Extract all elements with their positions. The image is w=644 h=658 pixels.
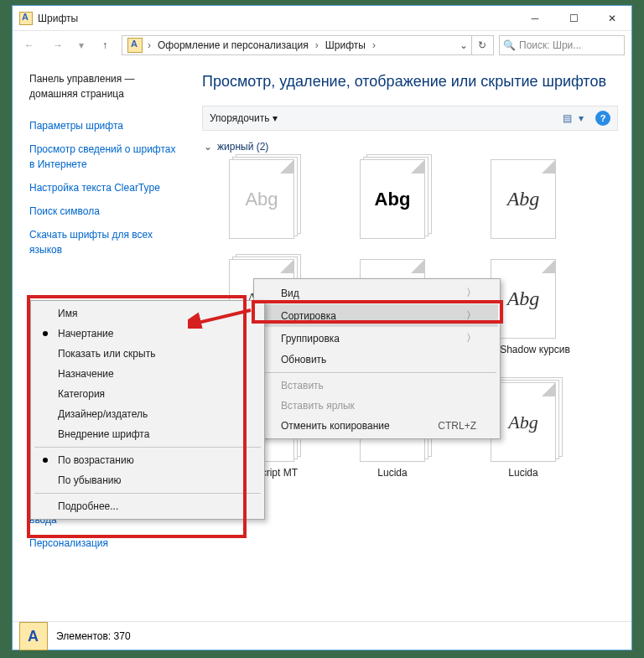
sidebar-item-font-params[interactable]: Параметры шрифта — [29, 118, 182, 133]
ctx-undo-copy[interactable]: Отменить копированиеCTRL+Z — [256, 416, 498, 436]
sidebar-item-download[interactable]: Скачать шрифты для всех языков — [29, 227, 182, 257]
ctx-sort[interactable]: Сортировка〉 — [256, 304, 498, 327]
chevron-right-icon: 〉 — [466, 286, 476, 300]
window-title: Шрифты — [38, 13, 516, 24]
crumb-dropdown[interactable]: ⌄ — [456, 39, 471, 51]
close-button[interactable]: ✕ — [593, 6, 631, 30]
ctx-paste-shortcut: Вставить ярлык — [256, 396, 498, 416]
toolbar: Упорядочить ▾ ▤ ▾ ? — [202, 106, 618, 131]
search-placeholder: Поиск: Шри... — [519, 39, 581, 51]
chevron-right-icon[interactable]: › — [371, 39, 377, 51]
separator — [257, 372, 496, 373]
sort-name[interactable]: Имя — [33, 303, 262, 324]
bullet-icon — [43, 458, 48, 463]
sort-designer[interactable]: Дизайнер/издатель — [33, 404, 262, 424]
chevron-down-icon: ⌄ — [204, 141, 212, 153]
ctx-view[interactable]: Вид〉 — [256, 282, 498, 304]
font-sample: Abg — [507, 188, 540, 210]
sort-category[interactable]: Категория — [33, 384, 262, 404]
sidebar-item-personalization[interactable]: Персонализация — [29, 536, 182, 551]
ctx-refresh[interactable]: Обновить — [256, 350, 498, 370]
organize-button[interactable]: Упорядочить ▾ — [210, 112, 278, 124]
sidebar-home-link[interactable]: Панель управления —домашняя страница — [29, 71, 182, 101]
view-options-button[interactable]: ▾ — [579, 112, 584, 124]
forward-button: → — [46, 34, 70, 57]
app-icon — [19, 12, 33, 25]
sidebar-item-charmap[interactable]: Поиск символа — [29, 204, 182, 219]
context-menu: Вид〉 Сортировка〉 Группировка〉 Обновить В… — [253, 278, 501, 439]
separator — [34, 493, 261, 494]
sort-showhide[interactable]: Показать или скрыть — [33, 344, 262, 364]
crumb-item[interactable]: Оформление и персонализация — [153, 39, 314, 51]
address-bar: ← → ▾ ↑ › Оформление и персонализация › … — [13, 31, 631, 60]
font-sample: Abg — [508, 412, 538, 433]
font-thumb: Abg — [491, 159, 556, 239]
up-button[interactable]: ↑ — [93, 34, 117, 57]
ctx-group[interactable]: Группировка〉 — [256, 327, 498, 350]
folder-big-icon — [19, 622, 48, 650]
bullet-icon — [43, 331, 48, 336]
font-thumb: Abg — [229, 159, 294, 239]
status-bar: Элементов: 370 — [13, 621, 631, 650]
chevron-down-icon: ▾ — [273, 112, 278, 124]
sort-purpose[interactable]: Назначение — [33, 364, 262, 384]
font-item[interactable]: Abg — [469, 159, 578, 244]
back-button[interactable]: ← — [18, 34, 41, 57]
chevron-right-icon[interactable]: › — [146, 39, 153, 51]
sort-embed[interactable]: Внедрение шрифта — [33, 424, 262, 444]
sort-more[interactable]: Подробнее... — [33, 496, 262, 516]
font-item[interactable]: Abg — [207, 159, 316, 244]
chevron-right-icon: 〉 — [466, 308, 476, 323]
recent-button[interactable]: ▾ — [75, 34, 88, 57]
font-sample: Abg — [375, 189, 411, 210]
minimize-button[interactable]: ─ — [516, 6, 554, 30]
separator — [34, 447, 261, 448]
font-sample: Abg — [507, 288, 540, 310]
crumb-item[interactable]: Шрифты — [320, 39, 371, 51]
refresh-button[interactable]: ↻ — [471, 35, 491, 55]
chevron-right-icon[interactable]: › — [314, 39, 320, 51]
font-label: Lucida — [508, 467, 538, 479]
sidebar-item-cleartype[interactable]: Настройка текста ClearType — [29, 180, 182, 195]
search-icon: 🔍 — [503, 39, 516, 51]
page-title: Просмотр, удаление, отображение или скры… — [202, 73, 618, 91]
maximize-button[interactable]: ☐ — [554, 6, 593, 30]
font-label: Lucida — [377, 467, 407, 479]
sort-submenu: Имя Начертание Показать или скрыть Назна… — [30, 300, 265, 520]
search-input[interactable]: 🔍 Поиск: Шри... — [499, 35, 625, 55]
font-sample: Abg — [245, 189, 278, 210]
sort-asc[interactable]: По возрастанию — [33, 450, 262, 470]
breadcrumb[interactable]: › Оформление и персонализация › Шрифты ›… — [122, 35, 494, 55]
font-thumb: Abg — [360, 159, 425, 239]
sort-desc[interactable]: По убыванию — [33, 470, 262, 490]
sort-style[interactable]: Начертание — [33, 324, 262, 344]
preview-pane-button[interactable]: ▤ — [563, 112, 572, 124]
group-header[interactable]: ⌄жирный (2) — [204, 141, 618, 153]
font-item[interactable]: Abg — [338, 159, 447, 244]
shortcut-label: CTRL+Z — [438, 420, 476, 432]
status-count: Элементов: 370 — [56, 630, 131, 642]
chevron-right-icon: 〉 — [466, 331, 476, 345]
folder-icon — [127, 38, 143, 53]
help-button[interactable]: ? — [595, 111, 610, 126]
title-bar[interactable]: Шрифты ─ ☐ ✕ — [13, 6, 631, 31]
ctx-paste: Вставить — [256, 376, 498, 396]
sidebar-item-web-fonts[interactable]: Просмотр сведений о шрифтах в Интернете — [29, 142, 182, 172]
